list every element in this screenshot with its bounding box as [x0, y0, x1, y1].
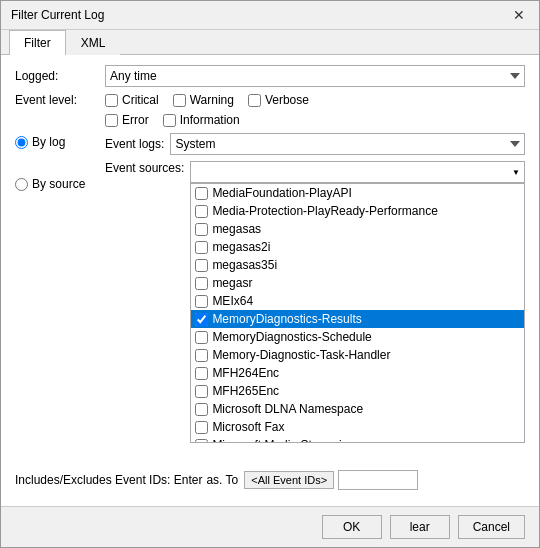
- by-log-label: By log: [32, 135, 65, 149]
- critical-checkbox-item: Critical: [105, 93, 159, 107]
- bottom-buttons-bar: OK lear Cancel: [1, 506, 539, 547]
- information-checkbox[interactable]: [163, 114, 176, 127]
- logged-dropdown-wrapper: Any time Last hour Last 12 hours Last 24…: [105, 65, 525, 87]
- list-item[interactable]: Microsoft DLNA Namespace: [191, 400, 524, 418]
- event-logs-sources-column: Event logs: System Event sources:: [105, 133, 525, 195]
- event-sources-list: MediaFoundation-PlayAPI Media-Protection…: [190, 183, 525, 443]
- list-item[interactable]: MFH264Enc: [191, 364, 524, 382]
- list-item-label: MEIx64: [212, 294, 253, 308]
- verbose-label: Verbose: [265, 93, 309, 107]
- all-event-ids-button[interactable]: <All Event IDs>: [244, 471, 334, 489]
- list-item-label: Media-Protection-PlayReady-Performance: [212, 204, 437, 218]
- mfh265enc-checkbox[interactable]: [195, 385, 208, 398]
- event-sources-label: Event sources:: [105, 161, 184, 175]
- verbose-checkbox-item: Verbose: [248, 93, 309, 107]
- list-item[interactable]: MFH265Enc: [191, 382, 524, 400]
- information-label: Information: [180, 113, 240, 127]
- list-item[interactable]: Microsoft Media Streaming: [191, 436, 524, 443]
- event-level-checkboxes-2: Error Information: [105, 113, 525, 127]
- logged-row: Logged: Any time Last hour Last 12 hours…: [15, 65, 525, 87]
- list-item[interactable]: megasas35i: [191, 256, 524, 274]
- list-item[interactable]: megasas: [191, 220, 524, 238]
- event-logs-row: Event logs: System: [105, 133, 525, 155]
- ms-media-streaming-checkbox[interactable]: [195, 439, 208, 444]
- list-item-label: MFH264Enc: [212, 366, 279, 380]
- logged-label: Logged:: [15, 69, 105, 83]
- list-item-label: Microsoft Media Streaming: [212, 438, 355, 443]
- log-source-section: By log By source Event logs: System: [15, 133, 525, 195]
- memdiag-results-checkbox[interactable]: [195, 313, 208, 326]
- list-item[interactable]: megasas2i: [191, 238, 524, 256]
- list-item-label: MFH265Enc: [212, 384, 279, 398]
- by-source-radio[interactable]: [15, 178, 28, 191]
- dialog-title: Filter Current Log: [11, 8, 104, 22]
- critical-checkbox[interactable]: [105, 94, 118, 107]
- event-ids-row: Includes/Excludes Event IDs: Enter as. T…: [15, 470, 525, 490]
- ms-fax-checkbox[interactable]: [195, 421, 208, 434]
- list-item[interactable]: MediaFoundation-PlayAPI: [191, 184, 524, 202]
- warning-checkbox[interactable]: [173, 94, 186, 107]
- event-level-row: Event level: Critical Warning Verbose: [15, 93, 525, 107]
- megasas35i-checkbox[interactable]: [195, 259, 208, 272]
- clear-button[interactable]: lear: [390, 515, 450, 539]
- verbose-checkbox[interactable]: [248, 94, 261, 107]
- list-item-label: Microsoft DLNA Namespace: [212, 402, 363, 416]
- list-item-label: megasas: [212, 222, 261, 236]
- list-item-label: Memory-Diagnostic-Task-Handler: [212, 348, 390, 362]
- tab-xml[interactable]: XML: [66, 30, 121, 55]
- dialog-content: Logged: Any time Last hour Last 12 hours…: [1, 55, 539, 506]
- list-item[interactable]: Media-Protection-PlayReady-Performance: [191, 202, 524, 220]
- tabs-bar: Filter XML: [1, 30, 539, 55]
- list-item[interactable]: MEIx64: [191, 292, 524, 310]
- logged-dropdown[interactable]: Any time Last hour Last 12 hours Last 24…: [105, 65, 525, 87]
- error-checkbox-item: Error: [105, 113, 149, 127]
- includes-suffix: as. To: [206, 473, 238, 487]
- cancel-button[interactable]: Cancel: [458, 515, 525, 539]
- by-source-label: By source: [32, 177, 85, 191]
- radio-column: By log By source: [15, 133, 105, 195]
- tab-filter[interactable]: Filter: [9, 30, 66, 55]
- list-item-label: megasr: [212, 276, 252, 290]
- by-log-radio-item: By log: [15, 135, 105, 149]
- critical-label: Critical: [122, 93, 159, 107]
- close-button[interactable]: ✕: [509, 7, 529, 23]
- list-item-label: MediaFoundation-PlayAPI: [212, 186, 351, 200]
- event-sources-row: Event sources: ▼ MediaFoundation-PlayAPI: [105, 161, 525, 183]
- megasas-checkbox[interactable]: [195, 223, 208, 236]
- list-item[interactable]: Microsoft Fax: [191, 418, 524, 436]
- megasas2i-checkbox[interactable]: [195, 241, 208, 254]
- error-checkbox[interactable]: [105, 114, 118, 127]
- ms-dlna-checkbox[interactable]: [195, 403, 208, 416]
- warning-label: Warning: [190, 93, 234, 107]
- meix64-checkbox[interactable]: [195, 295, 208, 308]
- mfh264enc-checkbox[interactable]: [195, 367, 208, 380]
- media-protection-checkbox[interactable]: [195, 205, 208, 218]
- list-item-label: Microsoft Fax: [212, 420, 284, 434]
- dropdown-arrow-icon: ▼: [512, 168, 520, 177]
- by-log-radio[interactable]: [15, 136, 28, 149]
- list-item[interactable]: MemoryDiagnostics-Schedule: [191, 328, 524, 346]
- warning-checkbox-item: Warning: [173, 93, 234, 107]
- event-sources-trigger[interactable]: ▼: [190, 161, 525, 183]
- megasr-checkbox[interactable]: [195, 277, 208, 290]
- list-item-label: megasas35i: [212, 258, 277, 272]
- list-item-selected[interactable]: MemoryDiagnostics-Results: [191, 310, 524, 328]
- event-ids-input[interactable]: [338, 470, 418, 490]
- memdiag-task-checkbox[interactable]: [195, 349, 208, 362]
- memdiag-schedule-checkbox[interactable]: [195, 331, 208, 344]
- filter-current-log-dialog: Filter Current Log ✕ Filter XML Logged: …: [0, 0, 540, 548]
- error-label: Error: [122, 113, 149, 127]
- list-item-label: MemoryDiagnostics-Results: [212, 312, 361, 326]
- ok-button[interactable]: OK: [322, 515, 382, 539]
- by-source-radio-item: By source: [15, 177, 105, 191]
- information-checkbox-item: Information: [163, 113, 240, 127]
- list-item[interactable]: megasr: [191, 274, 524, 292]
- list-item[interactable]: Memory-Diagnostic-Task-Handler: [191, 346, 524, 364]
- event-logs-dropdown[interactable]: System: [170, 133, 525, 155]
- mediafoundation-checkbox[interactable]: [195, 187, 208, 200]
- list-item-label: MemoryDiagnostics-Schedule: [212, 330, 371, 344]
- event-sources-dropdown-wrapper: ▼ MediaFoundation-PlayAPI Media-Protecti…: [190, 161, 525, 183]
- event-logs-label: Event logs:: [105, 137, 164, 151]
- list-item-label: megasas2i: [212, 240, 270, 254]
- event-level-label: Event level:: [15, 93, 105, 107]
